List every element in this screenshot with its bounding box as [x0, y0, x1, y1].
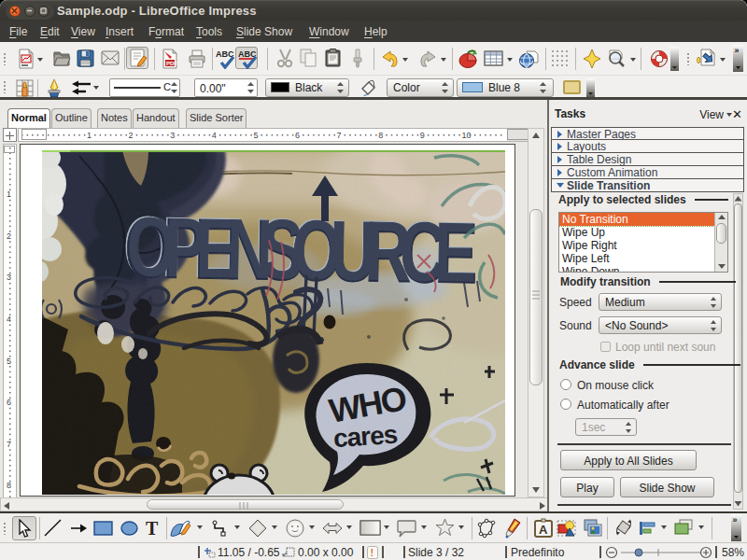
svg-text:!: ! [371, 547, 374, 558]
svg-text:PDF: PDF [166, 61, 177, 66]
svg-text:8: 8 [378, 131, 383, 140]
svg-text:9: 9 [420, 131, 425, 140]
svg-text:7: 7 [7, 440, 11, 449]
svg-text:6: 6 [295, 131, 300, 140]
svg-text:4: 4 [212, 131, 217, 140]
svg-text:6: 6 [7, 398, 11, 407]
svg-text:1: 1 [7, 189, 11, 199]
svg-text:4: 4 [7, 315, 11, 324]
svg-text:5: 5 [253, 131, 258, 140]
svg-text:2: 2 [129, 131, 134, 140]
svg-text:7: 7 [337, 131, 342, 140]
svg-text:2: 2 [7, 231, 11, 241]
svg-text:1: 1 [87, 131, 92, 140]
svg-text:3: 3 [7, 273, 11, 282]
svg-text:3: 3 [170, 131, 175, 140]
svg-text:»: » [735, 46, 740, 55]
svg-text:A: A [539, 523, 548, 537]
svg-text:5: 5 [7, 357, 11, 366]
svg-text:»: » [733, 515, 738, 525]
svg-text:8: 8 [7, 481, 11, 490]
